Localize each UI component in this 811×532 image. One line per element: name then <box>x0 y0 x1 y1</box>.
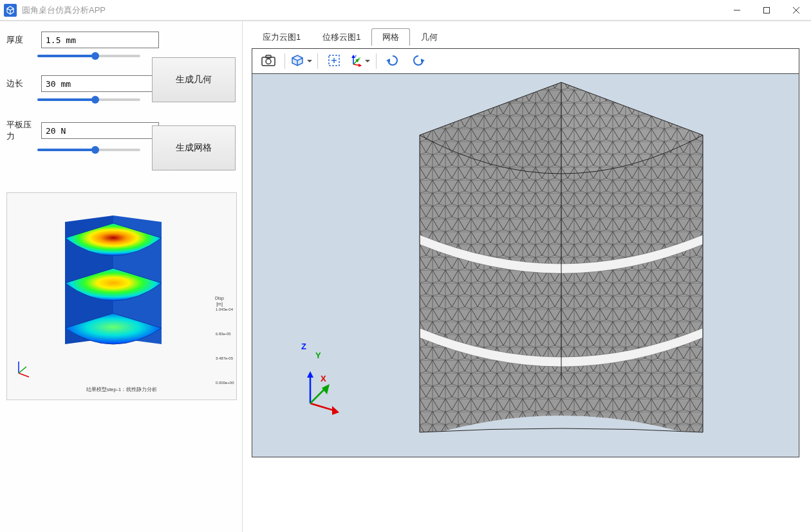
close-button[interactable] <box>781 0 811 21</box>
axis-orient-button[interactable]: z y x <box>350 52 369 70</box>
thickness-label: 厚度 <box>6 34 37 46</box>
svg-marker-25 <box>307 371 313 378</box>
svg-marker-27 <box>332 406 339 415</box>
rotate-cw-button[interactable] <box>409 52 428 70</box>
legend-tick-mid2: 3.487e-05 <box>216 356 234 360</box>
preview-model <box>46 216 181 365</box>
pressure-label: 平板压力 <box>6 119 37 142</box>
camera-icon <box>261 55 275 68</box>
rotate-cw-icon <box>411 54 425 69</box>
edge-label: 边长 <box>6 78 37 89</box>
fit-view-button[interactable] <box>324 52 344 70</box>
legend-tick-min: 0.000e+00 <box>216 381 234 385</box>
preview-legend: Disp [m] 1.045e-04 6.83e-05 3.487e-05 0.… <box>209 296 230 385</box>
left-panel: 厚度 边长 平板压力 生成几何 <box>0 21 243 532</box>
generate-mesh-button[interactable]: 生成网格 <box>152 125 236 170</box>
main-area: 厚度 边长 平板压力 生成几何 <box>0 21 811 532</box>
mesh-viewport[interactable]: Z Y X <box>252 74 799 457</box>
svg-line-8 <box>19 367 26 373</box>
titlebar: 圆角桌台仿真分析APP <box>0 0 811 21</box>
window-controls <box>722 0 811 21</box>
legend-unit: [m] <box>209 302 230 306</box>
svg-rect-10 <box>266 55 271 58</box>
preview-axis-gizmo <box>14 359 33 380</box>
legend-title: Disp <box>209 296 230 300</box>
screenshot-button[interactable] <box>259 52 278 70</box>
result-preview: Disp [m] 1.045e-04 6.83e-05 3.487e-05 0.… <box>6 192 237 400</box>
generate-geometry-button[interactable]: 生成几何 <box>152 57 236 102</box>
axis-x-label: X <box>321 374 326 383</box>
tab-mesh[interactable]: 网格 <box>371 28 410 46</box>
tab-displacement[interactable]: 位移云图1 <box>312 28 371 46</box>
legend-tick-mid1: 6.83e-05 <box>216 332 234 336</box>
svg-rect-1 <box>764 7 770 13</box>
svg-text:z: z <box>355 54 357 58</box>
maximize-button[interactable] <box>752 0 781 21</box>
app-title: 圆角桌台仿真分析APP <box>22 5 106 16</box>
svg-text:y: y <box>359 56 360 60</box>
minimize-button[interactable] <box>722 0 752 21</box>
rotate-ccw-icon <box>386 54 400 69</box>
axis-z-label: Z <box>301 342 306 351</box>
viewport-axis-gizmo: Z Y X <box>304 371 349 418</box>
pressure-slider[interactable] <box>37 146 140 154</box>
tab-stress[interactable]: 应力云图1 <box>252 28 312 46</box>
right-panel: 应力云图1 位移云图1 网格 几何 <box>243 21 811 532</box>
preview-caption: 结果模型step-1：线性静力分析 <box>7 386 236 393</box>
thickness-input[interactable] <box>41 32 159 48</box>
view-cube-button[interactable] <box>292 52 311 70</box>
axis-y-label: Y <box>315 351 321 360</box>
pressure-input[interactable] <box>41 122 159 139</box>
svg-point-11 <box>266 59 271 64</box>
fit-icon <box>328 54 340 69</box>
legend-tick-max: 1.045e-04 <box>216 307 234 311</box>
mesh-model <box>381 77 741 444</box>
tab-geometry[interactable]: 几何 <box>410 28 449 46</box>
view-tabs: 应力云图1 位移云图1 网格 几何 <box>252 28 799 46</box>
svg-text:x: x <box>359 63 360 67</box>
svg-line-7 <box>19 373 29 377</box>
svg-marker-29 <box>322 384 330 394</box>
app-icon <box>4 4 17 17</box>
cube-icon <box>290 54 304 69</box>
rotate-ccw-button[interactable] <box>383 52 402 70</box>
axis-icon: z y x <box>350 54 362 69</box>
edge-input[interactable] <box>41 75 159 92</box>
thickness-slider[interactable] <box>37 52 140 60</box>
edge-slider[interactable] <box>37 96 140 104</box>
viewport-toolbar: z y x <box>252 48 799 74</box>
